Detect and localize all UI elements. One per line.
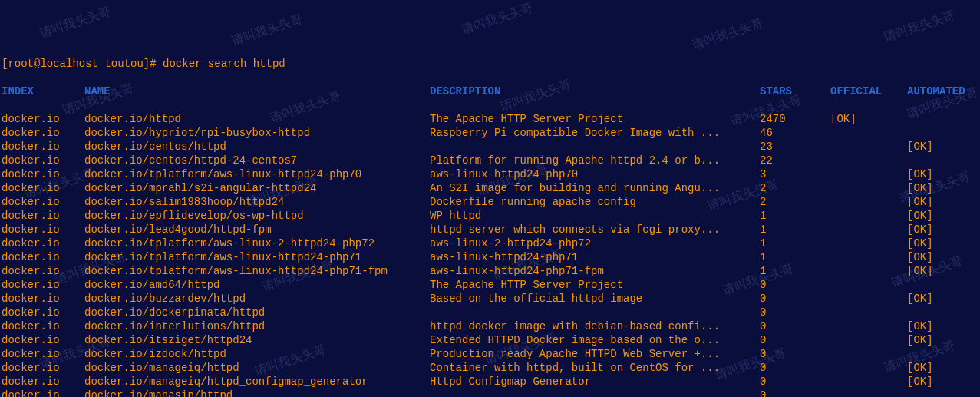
watermark-text: 请叫我头头哥 bbox=[691, 16, 765, 52]
table-row: docker.iodocker.io/itsziget/httpd24Exten… bbox=[2, 333, 978, 347]
cell-name: docker.io/tplatform/aws-linux-2-httpd24-… bbox=[84, 237, 430, 250]
prompt-user: root@localhost bbox=[8, 58, 98, 70]
cell-description: aws-linux-2-httpd24-php72 bbox=[430, 237, 760, 250]
cell-description: httpd docker image with debian-based con… bbox=[430, 319, 760, 333]
results-table: docker.iodocker.io/httpdThe Apache HTTP … bbox=[2, 112, 978, 397]
cell-name: docker.io/manageiq/httpd_configmap_gener… bbox=[84, 375, 430, 389]
cell-description: aws-linux-httpd24-php71-fpm bbox=[430, 264, 760, 278]
cell-description: Dockerfile running apache config bbox=[430, 195, 760, 209]
table-row: docker.iodocker.io/amd64/httpdThe Apache… bbox=[2, 278, 978, 292]
cell-name: docker.io/centos/httpd-24-centos7 bbox=[84, 154, 430, 167]
cell-name: docker.io/hypriot/rpi-busybox-httpd bbox=[84, 126, 430, 140]
cell-description: Extended HTTPD Docker image based on the… bbox=[430, 333, 760, 347]
cell-index: docker.io bbox=[2, 195, 84, 209]
cell-automated: [OK] bbox=[907, 181, 933, 195]
cell-index: docker.io bbox=[2, 126, 84, 140]
cell-index: docker.io bbox=[2, 292, 84, 306]
cell-stars: 2 bbox=[760, 195, 830, 209]
table-row: docker.iodocker.io/manasip/httpd0 bbox=[2, 389, 978, 397]
table-row: docker.iodocker.io/httpdThe Apache HTTP … bbox=[2, 112, 978, 126]
cell-index: docker.io bbox=[2, 361, 84, 375]
cell-description: Httpd Configmap Generator bbox=[430, 375, 760, 389]
cell-index: docker.io bbox=[2, 223, 84, 237]
watermark-text: 请叫我头头哥 bbox=[230, 12, 305, 48]
table-row: docker.iodocker.io/tplatform/aws-linux-h… bbox=[2, 250, 978, 264]
cell-index: docker.io bbox=[2, 264, 84, 278]
cell-stars: 0 bbox=[760, 306, 830, 319]
table-row: docker.iodocker.io/dockerpinata/httpd0 bbox=[2, 306, 978, 319]
cell-stars: 22 bbox=[760, 154, 830, 167]
table-row: docker.iodocker.io/interlutions/httpdhtt… bbox=[2, 319, 978, 333]
table-row: docker.iodocker.io/manageiq/httpdContain… bbox=[2, 361, 978, 375]
table-row: docker.iodocker.io/manageiq/httpd_config… bbox=[2, 375, 978, 389]
cell-stars: 0 bbox=[760, 292, 830, 306]
table-row: docker.iodocker.io/lead4good/httpd-fpmht… bbox=[2, 223, 978, 237]
cell-index: docker.io bbox=[2, 112, 84, 126]
cell-name: docker.io/centos/httpd bbox=[84, 140, 430, 154]
cell-name: docker.io/dockerpinata/httpd bbox=[84, 306, 430, 319]
table-row: docker.iodocker.io/tplatform/aws-linux-h… bbox=[2, 264, 978, 278]
cell-official: [OK] bbox=[830, 112, 907, 126]
cell-name: docker.io/izdock/httpd bbox=[84, 347, 430, 361]
prompt-line-1: [root@localhost toutou]# docker search h… bbox=[2, 57, 978, 71]
cell-index: docker.io bbox=[2, 250, 84, 264]
cell-description: Platform for running Apache httpd 2.4 or… bbox=[430, 154, 760, 167]
table-row: docker.iodocker.io/hypriot/rpi-busybox-h… bbox=[2, 126, 978, 140]
cell-description: Container with httpd, built on CentOS fo… bbox=[430, 361, 760, 375]
cell-stars: 46 bbox=[760, 126, 830, 140]
cell-name: docker.io/itsziget/httpd24 bbox=[84, 333, 430, 347]
cell-description: An S2I image for building and running An… bbox=[430, 181, 760, 195]
cell-index: docker.io bbox=[2, 306, 84, 319]
cell-name: docker.io/epflidevelop/os-wp-httpd bbox=[84, 209, 430, 223]
cell-stars: 0 bbox=[760, 389, 830, 397]
cell-name: docker.io/interlutions/httpd bbox=[84, 319, 430, 333]
cell-index: docker.io bbox=[2, 209, 84, 223]
cell-stars: 0 bbox=[760, 278, 830, 292]
table-row: docker.iodocker.io/buzzardev/httpdBased … bbox=[2, 292, 978, 306]
cell-automated: [OK] bbox=[907, 195, 933, 209]
cell-automated: [OK] bbox=[907, 167, 933, 181]
cell-description: aws-linux-httpd24-php70 bbox=[430, 167, 760, 181]
cell-name: docker.io/tplatform/aws-linux-httpd24-ph… bbox=[84, 264, 430, 278]
cell-index: docker.io bbox=[2, 140, 84, 154]
cell-automated: [OK] bbox=[907, 264, 933, 278]
cell-description: WP httpd bbox=[430, 209, 760, 223]
cell-name: docker.io/lead4good/httpd-fpm bbox=[84, 223, 430, 237]
header-official: OFFICIAL bbox=[830, 84, 907, 98]
cell-stars: 0 bbox=[760, 361, 830, 375]
cell-stars: 0 bbox=[760, 347, 830, 361]
table-row: docker.iodocker.io/centos/httpd23[OK] bbox=[2, 140, 978, 154]
table-row: docker.iodocker.io/tplatform/aws-linux-2… bbox=[2, 237, 978, 250]
cell-automated: [OK] bbox=[907, 223, 933, 237]
cell-name: docker.io/manageiq/httpd bbox=[84, 361, 430, 375]
cell-automated: [OK] bbox=[907, 375, 933, 389]
cell-automated: [OK] bbox=[907, 333, 933, 347]
cell-index: docker.io bbox=[2, 181, 84, 195]
cell-index: docker.io bbox=[2, 347, 84, 361]
cell-name: docker.io/buzzardev/httpd bbox=[84, 292, 430, 306]
cell-description: Based on the official httpd image bbox=[430, 292, 760, 306]
cell-stars: 3 bbox=[760, 167, 830, 181]
cell-name: docker.io/httpd bbox=[84, 112, 430, 126]
header-stars: STARS bbox=[760, 84, 830, 98]
table-header: INDEXNAMEDESCRIPTIONSTARSOFFICIALAUTOMAT… bbox=[2, 84, 978, 98]
cell-name: docker.io/tplatform/aws-linux-httpd24-ph… bbox=[84, 250, 430, 264]
cell-stars: 1 bbox=[760, 250, 830, 264]
cell-automated: [OK] bbox=[907, 250, 933, 264]
prompt-hash: # bbox=[150, 58, 163, 70]
cell-index: docker.io bbox=[2, 237, 84, 250]
cell-description: Production ready Apache HTTPD Web Server… bbox=[430, 347, 760, 361]
cell-description: The Apache HTTP Server Project bbox=[430, 278, 760, 292]
cell-stars: 2 bbox=[760, 181, 830, 195]
bracket: ] bbox=[144, 58, 150, 70]
cell-automated: [OK] bbox=[907, 140, 933, 154]
cell-stars: 2470 bbox=[760, 112, 830, 126]
table-row: docker.iodocker.io/salim1983hoop/httpd24… bbox=[2, 195, 978, 209]
cell-stars: 0 bbox=[760, 333, 830, 347]
cell-index: docker.io bbox=[2, 333, 84, 347]
cell-stars: 1 bbox=[760, 223, 830, 237]
cell-stars: 1 bbox=[760, 264, 830, 278]
cell-name: docker.io/amd64/httpd bbox=[84, 278, 430, 292]
cell-description: The Apache HTTP Server Project bbox=[430, 112, 760, 126]
header-index: INDEX bbox=[2, 84, 84, 98]
